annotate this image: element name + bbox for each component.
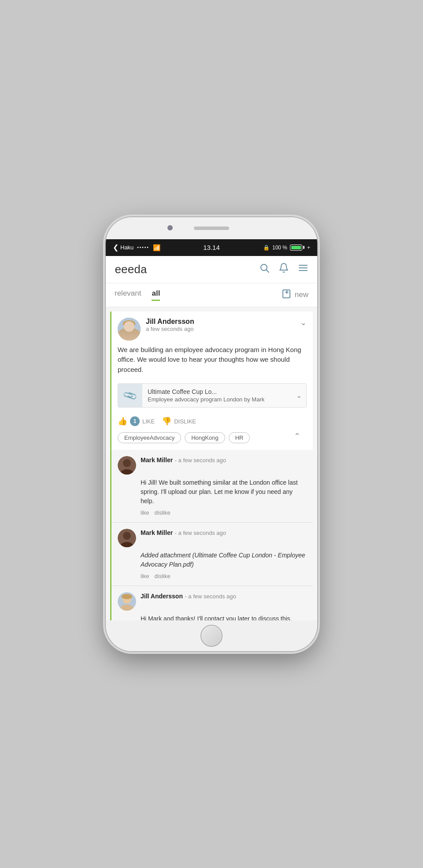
post-collapse-up-icon[interactable]: ⌃ xyxy=(294,431,301,441)
svg-point-13 xyxy=(123,459,131,467)
comment-body-text: Added attachment (Ultimate Coffee Cup Lo… xyxy=(141,551,307,569)
notification-icon[interactable] xyxy=(278,263,289,276)
tab-relevant[interactable]: relevant xyxy=(115,289,141,301)
attachment-icon-area: 📎 xyxy=(118,384,142,407)
dislike-label: DISLIKE xyxy=(174,418,196,425)
svg-line-1 xyxy=(267,270,269,273)
phone-bottom xyxy=(106,620,317,651)
like-label: LIKE xyxy=(142,418,155,425)
new-button[interactable]: new xyxy=(282,289,308,301)
comment-item: Jill Andersson - a few seconds ago Hi Ma… xyxy=(111,586,313,620)
comment-timestamp: a few seconds ago xyxy=(178,530,226,536)
tabs-left: relevant all xyxy=(115,289,282,301)
comment-timestamp: a few seconds ago xyxy=(178,457,226,464)
feed[interactable]: Jill Andersson a few seconds ago ⌄ We ar… xyxy=(106,307,317,620)
battery-tip xyxy=(303,246,304,249)
svg-rect-8 xyxy=(118,318,141,341)
post-author-avatar xyxy=(118,318,141,341)
thumbs-down-icon: 👎 xyxy=(162,416,171,426)
tag-hongkong[interactable]: HongKong xyxy=(185,432,225,443)
status-left: ❮ Haku ••••• 📶 xyxy=(113,243,203,252)
status-carrier: Haku xyxy=(120,244,134,251)
jill-avatar-image xyxy=(118,318,141,341)
comment-dislike-button[interactable]: dislike xyxy=(155,509,171,516)
like-count: 1 xyxy=(130,416,140,426)
paperclip-icon: 📎 xyxy=(122,387,138,403)
svg-point-9 xyxy=(124,321,134,332)
post-meta: Jill Andersson a few seconds ago xyxy=(146,318,300,332)
comment-header: Mark Miller - a few seconds ago xyxy=(118,456,307,475)
comment-meta: Mark Miller - a few seconds ago xyxy=(141,456,307,464)
post-attachment[interactable]: 📎 Ultimate Coffee Cup Lo... Employee adv… xyxy=(118,383,307,408)
tabs-bar: relevant all new xyxy=(106,283,317,307)
battery-body xyxy=(290,245,302,251)
camera-dot xyxy=(167,225,173,230)
comment-item: Mark Miller - a few seconds ago Added at… xyxy=(111,523,313,586)
post-author-name: Jill Andersson xyxy=(146,318,300,326)
phone-frame: ❮ Haku ••••• 📶 13.14 🔒 100 % + eeeda xyxy=(106,217,317,651)
post-body-text: We are building an employee advocacy pro… xyxy=(111,345,313,380)
status-bar: ❮ Haku ••••• 📶 13.14 🔒 100 % + xyxy=(106,239,317,256)
comment-header: Mark Miller - a few seconds ago xyxy=(118,529,307,547)
post-header: Jill Andersson a few seconds ago ⌄ xyxy=(111,312,313,345)
comment-actions: like dislike xyxy=(141,573,307,584)
home-button[interactable] xyxy=(200,625,223,647)
attachment-expand-icon[interactable]: ⌄ xyxy=(296,384,306,407)
post-tags: EmployeeAdvocacy HongKong HR ⌃ xyxy=(111,431,313,450)
wifi-icon: 📶 xyxy=(153,244,160,251)
battery-icon xyxy=(290,245,304,251)
charging-icon: + xyxy=(307,245,310,251)
comment-meta: Mark Miller - a few seconds ago xyxy=(141,529,307,537)
comment-dislike-button[interactable]: dislike xyxy=(155,573,171,579)
tab-all[interactable]: all xyxy=(152,289,160,301)
comment-author-name: Jill Andersson xyxy=(141,593,183,600)
svg-point-11 xyxy=(123,320,135,327)
battery-percent: 100 % xyxy=(272,245,287,251)
comment-author-avatar xyxy=(118,592,136,611)
tag-employeeadvocacy[interactable]: EmployeeAdvocacy xyxy=(118,432,181,443)
new-post-icon xyxy=(282,289,292,301)
speaker-grille xyxy=(194,226,229,230)
dislike-button[interactable]: 👎 DISLIKE xyxy=(162,416,196,426)
new-button-label: new xyxy=(295,290,308,299)
post-collapse-button[interactable]: ⌄ xyxy=(300,318,307,327)
attachment-info: Ultimate Coffee Cup Lo... Employee advoc… xyxy=(142,384,296,407)
attachment-title: Ultimate Coffee Cup Lo... xyxy=(148,388,291,395)
comments-section: Mark Miller - a few seconds ago Hi Jill!… xyxy=(110,450,313,620)
back-arrow-icon: ❮ xyxy=(113,243,119,252)
svg-point-10 xyxy=(121,333,137,341)
post-card: Jill Andersson a few seconds ago ⌄ We ar… xyxy=(110,312,313,450)
app-content: eeeda xyxy=(106,256,317,620)
comment-meta: Jill Andersson - a few seconds ago xyxy=(141,592,307,600)
comment-author-avatar xyxy=(118,456,136,475)
like-button[interactable]: 👍 1 LIKE xyxy=(118,416,155,426)
svg-point-16 xyxy=(123,532,131,540)
comment-header: Jill Andersson - a few seconds ago xyxy=(118,592,307,611)
comment-like-button[interactable]: like xyxy=(141,509,149,516)
comment-item: Mark Miller - a few seconds ago Hi Jill!… xyxy=(111,450,313,523)
comment-author-name: Mark Miller xyxy=(141,456,173,464)
tag-hr[interactable]: HR xyxy=(229,432,250,443)
comment-author-avatar xyxy=(118,529,136,547)
thumbs-up-icon: 👍 xyxy=(118,416,127,426)
comment-author-name: Mark Miller xyxy=(141,529,173,536)
phone-top xyxy=(106,217,317,239)
app-header: eeeda xyxy=(106,256,317,283)
attachment-subtitle: Employee advocacy program London by Mark xyxy=(148,396,291,403)
logo-text: eeeda xyxy=(115,263,147,277)
menu-icon[interactable] xyxy=(298,263,308,276)
signal-dots: ••••• xyxy=(137,245,149,250)
post-actions: 👍 1 LIKE 👎 DISLIKE xyxy=(111,413,313,431)
comment-body-text: Hi Jill! We built something similar at t… xyxy=(141,478,307,506)
comment-like-button[interactable]: like xyxy=(141,573,149,579)
app-logo: eeeda xyxy=(115,262,147,277)
search-icon[interactable] xyxy=(259,263,270,276)
comment-actions: like dislike xyxy=(141,509,307,520)
status-right: 🔒 100 % + xyxy=(220,245,310,251)
status-back[interactable]: ❮ Haku xyxy=(113,243,134,252)
comment-timestamp: a few seconds ago xyxy=(188,593,236,600)
post-timestamp: a few seconds ago xyxy=(146,326,300,332)
battery-fill xyxy=(291,246,301,249)
svg-point-21 xyxy=(122,594,132,599)
header-icons xyxy=(259,263,308,276)
